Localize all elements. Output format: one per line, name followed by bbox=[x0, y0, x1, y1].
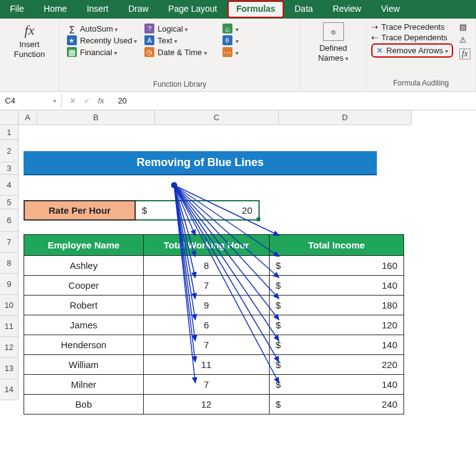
row-header-11[interactable]: 11 bbox=[0, 316, 19, 337]
remove-arrows-button[interactable]: ✕Remove Arrows bbox=[371, 43, 453, 58]
math-button[interactable]: θ bbox=[223, 35, 293, 45]
trace-precedents-button[interactable]: ⇢Trace Precedents bbox=[371, 22, 453, 32]
employee-name-cell[interactable]: Bob bbox=[24, 395, 144, 414]
row-header-6[interactable]: 6 bbox=[0, 209, 19, 232]
more-icon: ⋯ bbox=[223, 47, 232, 57]
employee-name-cell[interactable]: Cooper bbox=[24, 276, 144, 296]
working-hours-cell[interactable]: 12 bbox=[143, 395, 269, 414]
rate-number: 20 bbox=[242, 205, 252, 216]
row-header-1[interactable]: 1 bbox=[0, 125, 19, 140]
formula-input[interactable]: 20 bbox=[112, 94, 133, 108]
tab-review[interactable]: Review bbox=[323, 0, 371, 19]
table-row[interactable]: Bob12$240 bbox=[24, 395, 404, 414]
total-income-cell[interactable]: $240 bbox=[269, 395, 403, 414]
tab-file[interactable]: File bbox=[0, 0, 34, 19]
total-income-cell[interactable]: $140 bbox=[269, 375, 403, 395]
recently-used-button[interactable]: ★Recently Used bbox=[67, 35, 137, 45]
working-hours-cell[interactable]: 7 bbox=[143, 335, 269, 355]
employee-name-cell[interactable]: Ashley bbox=[24, 256, 144, 276]
select-all-corner[interactable] bbox=[0, 110, 19, 125]
tab-page-layout[interactable]: Page Layout bbox=[159, 0, 227, 19]
ribbon: fx Insert Function ∑AutoSum ?Logical ⌕ ★… bbox=[0, 19, 476, 92]
insert-function-group[interactable]: fx Insert Function bbox=[0, 19, 60, 91]
table-row[interactable]: James6$120 bbox=[24, 315, 404, 335]
working-hours-cell[interactable]: 8 bbox=[143, 256, 269, 276]
total-income-cell[interactable]: $220 bbox=[269, 355, 403, 375]
working-hours-cell[interactable]: 6 bbox=[143, 315, 269, 335]
table-row[interactable]: Cooper7$140 bbox=[24, 276, 404, 296]
text-icon: A bbox=[144, 35, 154, 45]
enter-icon[interactable]: ✓ bbox=[84, 96, 90, 105]
working-hours-cell[interactable]: 7 bbox=[143, 375, 269, 395]
fx-icon[interactable]: fx bbox=[98, 96, 104, 105]
total-income-cell[interactable]: $180 bbox=[269, 296, 403, 315]
working-hours-cell[interactable]: 9 bbox=[143, 296, 269, 315]
logical-icon: ? bbox=[144, 24, 154, 33]
total-income-cell[interactable]: $120 bbox=[269, 315, 403, 335]
defined-names-group[interactable]: ⌾ Defined Names bbox=[301, 19, 366, 91]
table-row[interactable]: Ashley8$160 bbox=[24, 256, 404, 276]
title-banner: Removing of Blue Lines bbox=[24, 151, 377, 175]
column-header-A[interactable]: A bbox=[19, 110, 37, 125]
clock-icon: ◷ bbox=[144, 47, 154, 57]
tab-formulas[interactable]: Formulas bbox=[227, 1, 284, 18]
more-functions-button[interactable]: ⋯ bbox=[223, 47, 293, 57]
defined-names-label: Defined Names bbox=[306, 43, 361, 63]
cancel-icon[interactable]: ✕ bbox=[69, 96, 76, 105]
row-header-8[interactable]: 8 bbox=[0, 253, 19, 274]
tab-data[interactable]: Data bbox=[284, 0, 323, 19]
error-checking-icon[interactable]: ⚠ bbox=[459, 35, 470, 45]
column-header-B[interactable]: B bbox=[37, 110, 155, 125]
name-box[interactable]: C4 bbox=[0, 94, 62, 108]
show-formulas-icon[interactable]: ▨ bbox=[459, 22, 470, 32]
row-header-12[interactable]: 12 bbox=[0, 337, 19, 358]
column-header: Total Working Hour bbox=[143, 235, 269, 256]
worksheet: ABCD 1234567891011121314 Removing of Blu… bbox=[0, 110, 476, 414]
formula-bar: C4 ✕ ✓ fx 20 bbox=[0, 92, 476, 110]
employee-name-cell[interactable]: James bbox=[24, 315, 144, 335]
row-header-10[interactable]: 10 bbox=[0, 295, 19, 316]
total-income-cell[interactable]: $160 bbox=[269, 256, 403, 276]
function-library-group: ∑AutoSum ?Logical ⌕ ★Recently Used AText… bbox=[60, 19, 301, 91]
remove-arrows-icon: ✕ bbox=[376, 46, 383, 55]
row-header-5[interactable]: 5 bbox=[0, 196, 19, 209]
row-header-2[interactable]: 2 bbox=[0, 140, 19, 162]
employee-name-cell[interactable]: Henderson bbox=[24, 335, 144, 355]
tab-home[interactable]: Home bbox=[34, 0, 77, 19]
tab-insert[interactable]: Insert bbox=[77, 0, 118, 19]
row-header-4[interactable]: 4 bbox=[0, 175, 19, 196]
total-income-cell[interactable]: $140 bbox=[269, 276, 403, 296]
column-header-C[interactable]: C bbox=[155, 110, 279, 125]
employee-name-cell[interactable]: Robert bbox=[24, 296, 144, 315]
table-row[interactable]: Robert9$180 bbox=[24, 296, 404, 315]
financial-button[interactable]: ▦Financial bbox=[67, 47, 137, 57]
evaluate-formula-icon[interactable]: fx bbox=[459, 48, 470, 59]
column-header-D[interactable]: D bbox=[279, 110, 412, 125]
table-row[interactable]: William11$220 bbox=[24, 355, 404, 375]
working-hours-cell[interactable]: 11 bbox=[143, 355, 269, 375]
employee-name-cell[interactable]: William bbox=[24, 355, 144, 375]
employee-name-cell[interactable]: Milner bbox=[24, 375, 144, 395]
datetime-button[interactable]: ◷Date & Time bbox=[144, 47, 214, 57]
tab-draw[interactable]: Draw bbox=[118, 0, 159, 19]
trace-dependents-button[interactable]: ⇠Trace Dependents bbox=[371, 33, 453, 42]
logical-button[interactable]: ?Logical bbox=[144, 24, 214, 33]
tab-view[interactable]: View bbox=[371, 0, 410, 19]
trace-dependents-icon: ⇠ bbox=[371, 33, 378, 42]
rate-value-cell[interactable]: $ 20 bbox=[136, 200, 260, 221]
total-income-cell[interactable]: $140 bbox=[269, 335, 403, 355]
table-row[interactable]: Henderson7$140 bbox=[24, 335, 404, 355]
row-header-9[interactable]: 9 bbox=[0, 274, 19, 295]
working-hours-cell[interactable]: 7 bbox=[143, 276, 269, 296]
fx-icon: fx bbox=[25, 22, 35, 38]
lookup-button[interactable]: ⌕ bbox=[223, 24, 293, 33]
row-header-14[interactable]: 14 bbox=[0, 379, 19, 400]
row-header-7[interactable]: 7 bbox=[0, 232, 19, 253]
column-header: Employee Name bbox=[24, 235, 144, 256]
autosum-button[interactable]: ∑AutoSum bbox=[67, 24, 137, 33]
table-row[interactable]: Milner7$140 bbox=[24, 375, 404, 395]
row-header-13[interactable]: 13 bbox=[0, 358, 19, 379]
row-header-3[interactable]: 3 bbox=[0, 162, 19, 175]
cells-area[interactable]: Removing of Blue Lines Rate Per Hour $ 2… bbox=[19, 125, 404, 414]
text-button[interactable]: AText bbox=[144, 35, 214, 45]
